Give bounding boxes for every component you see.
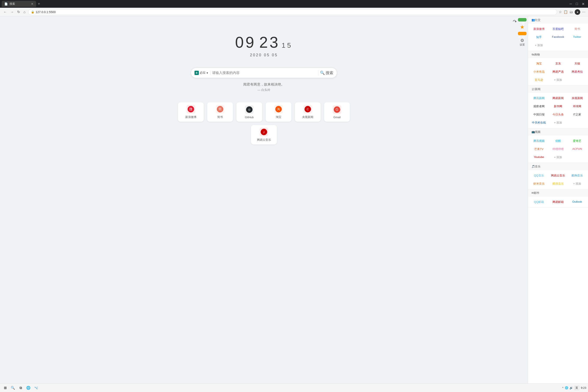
sidebar-item-tencent-video[interactable]: 腾讯视频	[530, 137, 548, 145]
home-button[interactable]: ⌂	[22, 9, 26, 15]
sidebar-item-zhihu[interactable]: 知乎	[530, 34, 548, 41]
bookmark-panel-button[interactable]: 书签	[518, 18, 526, 22]
sidebar-item-youtube[interactable]: Youtube	[530, 154, 548, 161]
sidebar-item-weibo[interactable]: 新浪微博	[530, 25, 548, 33]
sidebar-item-iqiyi[interactable]: 爱奇艺	[568, 137, 586, 145]
sidebar-item-bilibili[interactable]: 哔哩哔哩	[549, 146, 567, 153]
quick-link-cctv[interactable]: C 央视新闻	[295, 102, 321, 122]
sidebar-item-xiaomi[interactable]: 小米有品	[530, 68, 548, 76]
sidebar-item-netease-music[interactable]: 网易云音乐	[549, 172, 567, 179]
email-grid: QQ邮箱 网易邮箱 Outlook	[528, 197, 588, 208]
email-header-label: ✉邮件	[532, 191, 540, 195]
sidebar-item-wangyi-kaola[interactable]: 网易考拉	[568, 68, 586, 76]
sidebar-item-facebook[interactable]: Facebook	[549, 34, 567, 41]
sidebar-item-tencent-news[interactable]: 腾讯新闻	[530, 94, 548, 102]
sidebar-item-qq-music[interactable]: QQ音乐	[530, 172, 548, 179]
ime-indicator[interactable]: 英	[574, 386, 579, 390]
email-section-header: ✉邮件	[528, 189, 588, 197]
sidebar-item-toutiao[interactable]: 今日头条	[549, 111, 567, 118]
search-button[interactable]: 🔍 搜索	[320, 70, 333, 76]
back-button[interactable]: ←	[2, 9, 8, 15]
search-button-label: 搜索	[326, 70, 333, 76]
reading-list-icon[interactable]: 📋	[564, 10, 568, 14]
secure-icon: 🔒	[31, 10, 34, 14]
maximize-button[interactable]: □	[574, 2, 580, 6]
gmail-label: Gmail	[333, 116, 341, 119]
volume-icon[interactable]: 🔊	[570, 386, 573, 390]
sidebar-item-xinhua[interactable]: 新华网	[549, 103, 567, 110]
bookmark-star-icon[interactable]: ☆	[559, 10, 562, 14]
sidebar-item-guancha[interactable]: 观察者网	[530, 103, 548, 110]
sidebar-item-chinadaily[interactable]: 中国日报	[530, 111, 548, 118]
new-tab-button[interactable]: +	[36, 2, 42, 6]
clock-date: 2020 05 05	[235, 53, 293, 58]
todo-panel-button[interactable]: 待办	[518, 32, 526, 35]
sidebar-item-video-add[interactable]: + 添加	[549, 154, 567, 161]
start-button[interactable]: ⊞	[2, 384, 8, 391]
poem-author: — 白头吟	[243, 88, 284, 92]
sidebar-item-amazon[interactable]: 亚马逊	[530, 76, 548, 84]
sidebar-item-social-add[interactable]: + 添加	[530, 42, 548, 49]
sidebar-item-kuwo[interactable]: 酷我音乐	[549, 180, 567, 188]
more-options-icon[interactable]: ⋯	[582, 10, 586, 14]
sidebar-item-outlook[interactable]: Outlook	[568, 198, 586, 206]
taskbar-vscode-icon[interactable]: ⌥	[33, 384, 40, 391]
quick-link-netease-music[interactable]: ♪ 网易云音乐	[251, 125, 277, 144]
netease-music-icon: ♪	[260, 128, 268, 136]
sidebar-item-music-add[interactable]: + 添加	[568, 180, 586, 188]
sidebar-item-xiami[interactable]: 虾米音乐	[530, 180, 548, 188]
taskbar-search-icon[interactable]: 🔍	[10, 384, 16, 391]
reload-button[interactable]: ↻	[16, 9, 21, 15]
sidebar-item-cctv[interactable]: 央视新闻	[568, 94, 586, 102]
sidebar-item-jd[interactable]: 京东	[549, 60, 567, 67]
sidebar-item-qq-email[interactable]: QQ邮箱	[530, 198, 548, 206]
settings-panel-button[interactable]: ⚙ 设置	[520, 38, 525, 47]
tab-close-button[interactable]: ✕	[31, 2, 34, 6]
sidebar-item-wangyi-yanxuan[interactable]: 网易严选	[549, 68, 567, 76]
floating-sidebar: 书签 ★ 待办 ⚙ 设置	[517, 16, 528, 47]
sidebar-item-baidu[interactable]: 百度贴吧	[549, 25, 567, 33]
engine-name: 必应	[200, 71, 206, 75]
sidebar-item-acfun[interactable]: ACFUN	[568, 146, 586, 153]
forward-button[interactable]: →	[10, 9, 14, 15]
sidebar-item-shopping-add[interactable]: + 添加	[549, 76, 567, 84]
sidebar-item-news-add[interactable]: + 添加	[549, 119, 567, 126]
sidebar-item-wangyi-news[interactable]: 网易新闻	[549, 94, 567, 102]
sidebar-item-zhongguancun[interactable]: 中关村在线	[530, 119, 548, 126]
sidebar-item-163-email[interactable]: 网易邮箱	[549, 198, 567, 206]
shopping-header-label: 🛍购物	[532, 53, 540, 56]
sidebar-item-itzjia[interactable]: IT之家	[568, 111, 586, 118]
sidebar-item-mango[interactable]: 芒果TV	[530, 146, 548, 153]
close-button[interactable]: ✕	[580, 2, 586, 6]
sidebar-item-kugou[interactable]: 酷狗音乐	[568, 172, 586, 179]
collections-icon[interactable]: 🗂	[570, 10, 573, 14]
sidebar-item-tmall[interactable]: 天猫	[568, 60, 586, 67]
todo-star-icon[interactable]: ★	[520, 24, 524, 30]
sidebar-section-music: 🎵音乐 QQ音乐 网易云音乐 酷狗音乐 虾米音乐 酷我音乐 + 添加	[528, 163, 588, 189]
quick-link-gmail[interactable]: G Gmail	[324, 102, 350, 122]
sidebar-item-twitter[interactable]: Twitter	[568, 34, 586, 41]
quick-link-jianshu[interactable]: 简 简书	[207, 102, 233, 122]
tab-favicon: 📄	[4, 2, 8, 6]
svg-text:G: G	[336, 108, 338, 111]
weibo-icon: 微	[186, 105, 195, 114]
sidebar-item-huanqiu[interactable]: 环球网	[568, 103, 586, 110]
quick-link-weibo[interactable]: 微 新浪微博	[178, 102, 204, 122]
search-engine-selector[interactable]: B 必应 ▾	[194, 71, 210, 75]
profile-avatar[interactable]: ●	[575, 9, 580, 15]
quick-link-taobao[interactable]: 淘 淘宝	[266, 102, 292, 122]
minimize-button[interactable]: ─	[568, 2, 574, 6]
taskbar-clock[interactable]: 9:23	[581, 386, 586, 390]
video-section-header: 📺视频	[528, 128, 588, 136]
active-tab[interactable]: 📄 搜索 ✕	[2, 1, 36, 7]
taskbar-task-view[interactable]: ⧉	[17, 384, 24, 391]
system-tray-chevron[interactable]: ^	[562, 386, 564, 390]
taskbar-edge-icon[interactable]: 🌐	[25, 384, 32, 391]
search-input[interactable]	[212, 71, 316, 75]
sidebar-item-youku[interactable]: 优酷	[549, 137, 567, 145]
address-input[interactable]: 🔒 127.0.0.1:5500	[28, 9, 557, 15]
sidebar-item-taobao[interactable]: 淘宝	[530, 60, 548, 67]
quick-link-github[interactable]: ⊙ GitHub	[236, 102, 262, 122]
sidebar-item-jianshu[interactable]: 简书	[568, 25, 586, 33]
share-icon[interactable]: ↷	[513, 19, 517, 24]
